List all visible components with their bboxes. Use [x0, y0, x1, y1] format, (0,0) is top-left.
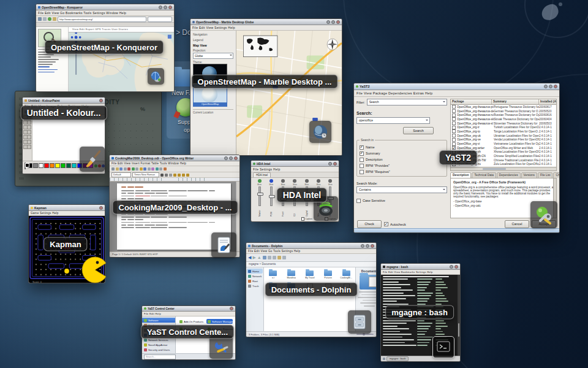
titlebar[interactable]: mgagne : bash — [381, 264, 460, 270]
preview-icon[interactable] — [277, 256, 281, 259]
header-package[interactable]: Package — [451, 99, 492, 104]
capture-option[interactable]: Capture — [301, 217, 312, 221]
place-network[interactable]: Network — [247, 274, 263, 278]
palette-swatch[interactable] — [50, 163, 55, 168]
folder-item[interactable]: My Travel — [303, 270, 316, 279]
osm-site-tabs[interactable]: View Edit Export GPS Traces User Diaries — [69, 27, 174, 33]
toolbar-icon[interactable] — [140, 167, 143, 171]
minimize-button[interactable] — [326, 20, 330, 24]
package-table-header[interactable]: Package Summary Installed (Av. — [450, 99, 557, 105]
channel-icon[interactable] — [258, 179, 262, 183]
toolbar-icon[interactable] — [116, 167, 119, 171]
toolbar-icon[interactable] — [143, 167, 146, 171]
option-checkbox[interactable] — [360, 151, 364, 156]
split-icon[interactable] — [282, 256, 286, 259]
module-item[interactable]: Add-On Products — [178, 319, 205, 324]
window-label-yast2[interactable]: YaST2 — [439, 150, 477, 165]
place-root[interactable]: Root — [247, 278, 263, 283]
package-checkbox[interactable] — [452, 121, 456, 125]
package-checkbox[interactable] — [452, 138, 456, 142]
paint-tool[interactable] — [27, 130, 31, 134]
mixer-channel[interactable]: MuteMaster — [255, 179, 264, 221]
detail-tabs[interactable]: DescriptionTechnical DataDependenciesVer… — [450, 172, 557, 178]
close-button[interactable] — [99, 206, 103, 210]
minimize-button[interactable] — [450, 265, 453, 269]
titlebar[interactable]: Documents - Dolphin — [246, 243, 376, 249]
tab-hda-intel[interactable]: HDA Intel — [253, 172, 271, 177]
tab-versions[interactable]: Versions — [521, 172, 537, 178]
close-button[interactable] — [554, 85, 557, 88]
option-checkbox[interactable] — [360, 170, 364, 174]
back-icon[interactable] — [38, 17, 42, 21]
forward-icon[interactable]: ▶ — [252, 255, 255, 261]
back-icon[interactable]: ◀ — [248, 255, 251, 261]
align-right-icon[interactable] — [182, 174, 185, 177]
titlebar[interactable]: Untitled - KolourPaint — [23, 98, 105, 104]
autocheck-row[interactable]: Autocheck — [384, 221, 406, 228]
close-button[interactable] — [234, 156, 238, 160]
maximize-button[interactable] — [549, 85, 552, 88]
package-row[interactable]: OpenOffice_org-thesaurus-deGerman Thesau… — [451, 109, 556, 113]
toolbar-icon[interactable] — [135, 167, 138, 171]
palette-swatch[interactable] — [66, 163, 71, 168]
maximize-button[interactable] — [366, 244, 369, 248]
window-label-ycc[interactable]: YaST Control Cente... — [141, 325, 234, 339]
channel-icon[interactable] — [317, 179, 320, 183]
toolbar-icon[interactable] — [164, 167, 167, 171]
package-checkbox[interactable] — [452, 146, 456, 150]
toolbar-icon[interactable] — [111, 167, 115, 171]
minimize-button[interactable] — [361, 244, 364, 248]
package-row[interactable]: OpenOffice_org-trTurkish Localization Fi… — [451, 125, 556, 129]
url-bar[interactable]: http://www.openstreetmap.org/ — [58, 17, 146, 22]
category-novell-apparmor[interactable]: Novell AppArmor — [142, 342, 175, 347]
align-center-icon[interactable] — [178, 174, 181, 177]
menubar[interactable]: File View Package Dependencies Extras He… — [354, 90, 559, 97]
channel-icon[interactable] — [328, 179, 332, 183]
window-label-dolphin[interactable]: Documents - Dolphin — [265, 283, 358, 297]
cancel-button[interactable]: Cancel — [505, 220, 529, 228]
maximize-button[interactable] — [229, 156, 233, 160]
search-in-option[interactable]: Summary — [360, 150, 444, 156]
option-checkbox[interactable] — [360, 158, 364, 162]
minimize-button[interactable] — [544, 85, 548, 88]
window-label-konsole[interactable]: mgagne : bash — [385, 305, 454, 320]
titlebar[interactable]: OpenStreetMap - Marble Desktop Globe — [190, 19, 342, 25]
place-home[interactable]: Home — [247, 269, 263, 274]
window-label-marble[interactable]: OpenStreetMap - Marble Desktop ... — [192, 75, 338, 89]
justify-icon[interactable] — [186, 174, 189, 177]
paragraph-style-combo[interactable]: Default — [111, 172, 131, 177]
toolbar-icon[interactable] — [124, 167, 127, 171]
window-label-kmix[interactable]: HDA Intel — [277, 188, 327, 202]
zoom-slider[interactable] — [356, 334, 374, 335]
search-input[interactable]: Search... — [144, 355, 176, 359]
folder-item[interactable]: Mandriva — [285, 270, 298, 279]
search-box[interactable] — [148, 17, 172, 22]
tab-description[interactable]: Description — [450, 172, 471, 178]
option-checkbox[interactable] — [360, 145, 364, 150]
icons-view-icon[interactable] — [263, 256, 266, 259]
toolbar-icon[interactable] — [119, 167, 123, 171]
projection-select[interactable]: Globe — [193, 53, 233, 59]
package-checkbox[interactable] — [452, 134, 456, 137]
filter-combo[interactable]: Search — [367, 99, 447, 105]
category-software[interactable]: Software — [142, 318, 175, 323]
breadcrumb-bar[interactable]: mgagne > Documents — [246, 262, 376, 267]
paint-tool[interactable] — [27, 125, 31, 129]
panel-navigation[interactable]: Navigation — [193, 33, 233, 36]
package-checkbox[interactable] — [452, 126, 456, 129]
minimize-button[interactable] — [159, 6, 162, 9]
tab-change-log[interactable]: Change Log — [553, 172, 560, 178]
tab-file-list[interactable]: File List — [538, 172, 553, 178]
place-trash[interactable]: Trash — [247, 283, 263, 288]
bold-icon[interactable] — [160, 174, 164, 177]
package-checkbox[interactable] — [452, 113, 456, 117]
slider-handle[interactable] — [269, 195, 275, 198]
autocheck-checkbox[interactable] — [384, 222, 388, 226]
file-view[interactable]: e-tMandrivaMy TravelPicturesCookingMar_0… — [264, 267, 355, 331]
close-button[interactable] — [333, 162, 337, 166]
tab-bar[interactable] — [36, 23, 174, 27]
window-label-kolourpaint[interactable]: Untitled - Kolour... — [21, 105, 107, 120]
search-mode-combo[interactable]: Contains — [356, 186, 447, 193]
titlebar[interactable]: YaST2 — [354, 83, 559, 90]
details-view-icon[interactable] — [268, 256, 271, 259]
